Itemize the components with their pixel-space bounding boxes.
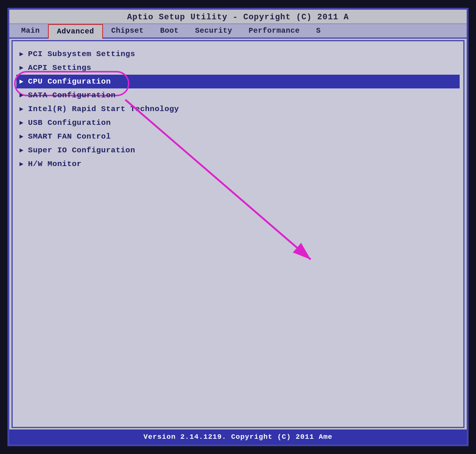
menu-label-smart-fan: SMART FAN Control [28,132,111,141]
menu-label-hw-monitor: H/W Monitor [28,160,81,168]
arrow-icon-acpi: ► [19,64,23,72]
menu-label-usb: USB Configuration [28,119,111,127]
title-bar: Aptio Setup Utility - Copyright (C) 2011… [9,10,467,24]
footer-bar: Version 2.14.1219. Copyright (C) 2011 Am… [9,429,467,444]
menu-item-smart-fan[interactable]: ► SMART FAN Control [16,130,460,143]
tab-s[interactable]: S [308,24,329,38]
tab-main[interactable]: Main [13,24,48,38]
arrow-icon-cpu: ► [19,78,23,85]
menu-item-hw-monitor[interactable]: ► H/W Monitor [16,157,460,171]
arrow-icon-super-io: ► [19,147,23,154]
arrow-icon-pci: ► [19,51,23,58]
menu-item-pci[interactable]: ► PCI Subsystem Settings [16,47,460,61]
tab-boot[interactable]: Boot [152,24,187,38]
footer-text: Version 2.14.1219. Copyright (C) 2011 Am… [144,433,332,441]
menu-label-sata: SATA Configuration [28,91,116,100]
menu-item-rapid-start[interactable]: ► Intel(R) Rapid Start Technology [16,102,460,116]
bios-screen: Aptio Setup Utility - Copyright (C) 2011… [7,8,469,446]
arrow-icon-usb: ► [19,119,23,127]
menu-item-sata[interactable]: ► SATA Configuration [16,88,460,102]
arrow-icon-smart-fan: ► [19,133,23,140]
menu-item-acpi[interactable]: ► ACPI Settings [16,61,460,75]
menu-label-pci: PCI Subsystem Settings [28,50,135,58]
tab-performance[interactable]: Performance [241,24,308,38]
main-content: ► PCI Subsystem Settings ► ACPI Settings… [12,40,464,428]
title-text: Aptio Setup Utility - Copyright (C) 2011… [127,13,349,22]
bios-outer: Aptio Setup Utility - Copyright (C) 2011… [0,0,476,454]
tab-chipset[interactable]: Chipset [103,24,152,38]
menu-item-cpu[interactable]: ► CPU Configuration [16,75,460,88]
menu-label-rapid-start: Intel(R) Rapid Start Technology [28,105,179,113]
menu-label-cpu: CPU Configuration [28,77,111,86]
nav-tabs: Main Advanced Chipset Boot Security Perf… [9,24,467,39]
tab-security[interactable]: Security [187,24,241,38]
arrow-icon-rapid-start: ► [19,106,23,113]
tab-advanced[interactable]: Advanced [48,24,103,39]
arrow-icon-sata: ► [19,92,23,99]
menu-item-super-io[interactable]: ► Super IO Configuration [16,143,460,157]
arrow-icon-hw-monitor: ► [19,160,23,168]
menu-item-usb[interactable]: ► USB Configuration [16,116,460,130]
menu-label-acpi: ACPI Settings [28,64,91,72]
menu-label-super-io: Super IO Configuration [28,146,135,155]
